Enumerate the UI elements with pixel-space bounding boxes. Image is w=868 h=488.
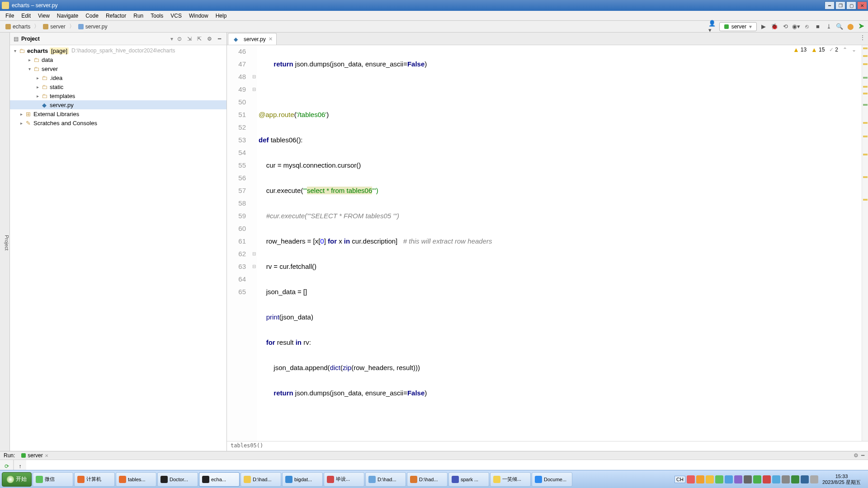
tray-icon[interactable] (715, 475, 723, 483)
tree-item-data[interactable]: ▸🗀data (10, 55, 226, 64)
search-everywhere-icon[interactable]: 🔍 (835, 23, 844, 31)
crumb-root[interactable]: echarts (3, 23, 33, 31)
taskbar-item[interactable]: Docume... (532, 472, 572, 487)
code-editor[interactable]: 4647484950515253545556575859606162636465… (227, 45, 868, 441)
project-tool-window: ▤ Project ▾ ⊙ ⇲ ⇱ ⚙ ━ ▾ 🗀 echarts [page]… (10, 33, 227, 451)
project-tree: ▾ 🗀 echarts [page] D:\hadoop_spark_hive_… (10, 45, 226, 128)
tray-icon[interactable] (772, 475, 780, 483)
menu-navigate[interactable]: Navigate (53, 11, 82, 20)
expand-all-icon[interactable]: ⇲ (186, 35, 193, 42)
coverage-button[interactable]: ⟲ (781, 23, 789, 31)
run-tab-server[interactable]: server ✕ (19, 451, 51, 460)
tray-icon[interactable] (782, 475, 790, 483)
window-title: echarts – server.py (12, 2, 866, 9)
tray-icon[interactable] (753, 475, 761, 483)
tray-icon[interactable] (687, 475, 695, 483)
stop-button[interactable]: ■ (814, 23, 822, 31)
profile-button[interactable]: ◉▾ (792, 23, 800, 31)
tree-item-Scratches-and-Consoles[interactable]: ▸✎Scratches and Consoles (10, 118, 226, 127)
editor-area: ◆ server.py ✕ ⋮ ▲13 ▲15 ✓2 ⌃⌄ 4647484950… (227, 33, 868, 451)
minimize-button[interactable]: ━ (825, 1, 835, 9)
tree-item-External-Libraries[interactable]: ▸⊞External Libraries (10, 109, 226, 118)
tray-icon[interactable] (810, 475, 818, 483)
restore-button[interactable]: ❐ (835, 1, 845, 9)
taskbar-item[interactable]: Doctor... (157, 472, 198, 487)
taskbar-item[interactable]: tables... (116, 472, 156, 487)
close-button[interactable]: ✕ (857, 1, 867, 9)
taskbar-item[interactable]: D:\had... (241, 472, 281, 487)
taskbar-item[interactable]: echa... (199, 472, 240, 487)
toolbar: echarts 〉 server 〉 server.py 👤▾ server ▾… (0, 21, 868, 33)
tree-item-templates[interactable]: ▸🗀templates (10, 91, 226, 100)
editor-tab-serverpy[interactable]: ◆ server.py ✕ (228, 33, 277, 45)
taskbar-item[interactable]: D:\had... (407, 472, 448, 487)
taskbar-item[interactable]: 毕设... (324, 472, 364, 487)
hide-panel-icon[interactable]: ━ (216, 35, 223, 42)
collapse-all-icon[interactable]: ⇱ (196, 35, 203, 42)
menu-window[interactable]: Window (185, 11, 212, 20)
tray-icon[interactable] (763, 475, 771, 483)
taskbar-item[interactable]: spark ... (448, 472, 489, 487)
run-button[interactable]: ▶ (760, 23, 768, 31)
tray-icon[interactable] (801, 475, 809, 483)
taskbar-item[interactable]: 微信 (33, 472, 73, 487)
language-indicator[interactable]: CH (675, 476, 685, 483)
nav-breadcrumbs: echarts 〉 server 〉 server.py (3, 23, 110, 31)
menu-help[interactable]: Help (212, 11, 231, 20)
error-stripe[interactable] (862, 45, 868, 441)
taskbar-item[interactable]: bigdat... (282, 472, 323, 487)
tree-item-server-py[interactable]: ◆server.py (10, 100, 226, 109)
menu-refactor[interactable]: Refactor (102, 11, 130, 20)
run-panel-settings-icon[interactable]: ⚙ (854, 452, 859, 459)
menu-bar: File Edit View Navigate Code Refactor Ru… (0, 11, 868, 21)
add-user-icon[interactable]: 👤▾ (708, 23, 717, 31)
tree-item-static[interactable]: ▸🗀static (10, 82, 226, 91)
attach-button[interactable]: ⎋ (803, 23, 811, 31)
app-icon (2, 2, 9, 9)
left-stripe: Project Bookmarks Structure (0, 33, 10, 451)
tray-icon[interactable] (696, 475, 704, 483)
up-stack-button[interactable]: ↑ (16, 462, 25, 471)
crumb-folder[interactable]: server (40, 23, 68, 31)
git-update-icon[interactable]: ⤓ (825, 23, 833, 31)
tray-icon[interactable] (744, 475, 752, 483)
menu-edit[interactable]: Edit (18, 11, 34, 20)
editor-breadcrumb[interactable]: tables05() (227, 441, 868, 451)
taskbar-item[interactable]: 计算机 (74, 472, 115, 487)
start-button[interactable]: 开始 (2, 472, 32, 487)
ide-update-icon[interactable]: ⮞ (857, 23, 865, 31)
menu-file[interactable]: File (2, 11, 18, 20)
crumb-file[interactable]: server.py (75, 23, 110, 31)
settings-gear-icon[interactable]: ⚙ (206, 35, 213, 42)
taskbar-clock[interactable]: 15:33 2023/8/25 星期五 (820, 474, 863, 485)
menu-tools[interactable]: Tools (147, 11, 167, 20)
ide-errors-icon[interactable]: ⬤ (846, 23, 854, 31)
inspections-widget[interactable]: ▲13 ▲15 ✓2 ⌃⌄ (793, 46, 856, 53)
windows-taskbar: 开始 微信计算机tables...Doctor...echa...D:\had.… (0, 470, 868, 488)
menu-code[interactable]: Code (82, 11, 102, 20)
tree-item-server[interactable]: ▾🗀server (10, 64, 226, 73)
run-panel-hide-icon[interactable]: ━ (861, 452, 864, 459)
tray-icon[interactable] (791, 475, 799, 483)
tray-icon[interactable] (725, 475, 733, 483)
tray-icon[interactable] (706, 475, 714, 483)
run-configuration-select[interactable]: server ▾ (719, 22, 757, 31)
menu-view[interactable]: View (34, 11, 53, 20)
debug-button[interactable]: 🐞 (770, 23, 778, 31)
tree-root[interactable]: ▾ 🗀 echarts [page] D:\hadoop_spark_hive_… (10, 46, 226, 55)
select-opened-file-icon[interactable]: ⊙ (176, 35, 183, 42)
close-tab-icon[interactable]: ✕ (269, 36, 273, 42)
rerun-button[interactable]: ⟳ (2, 462, 11, 471)
project-panel-title: Project (21, 36, 168, 42)
maximize-button[interactable]: ▢ (846, 1, 856, 9)
taskbar-item[interactable]: D:\had... (365, 472, 406, 487)
system-tray: CH 15:33 2023/8/25 星期五 (672, 474, 866, 485)
tabs-overflow-icon[interactable]: ⋮ (860, 34, 865, 41)
project-stripe-button[interactable]: Project (4, 235, 9, 250)
taskbar-item[interactable]: 一笑倾... (490, 472, 531, 487)
tree-item--idea[interactable]: ▸🗀.idea (10, 73, 226, 82)
tray-icon[interactable] (734, 475, 742, 483)
menu-run[interactable]: Run (130, 11, 147, 20)
menu-vcs[interactable]: VCS (167, 11, 185, 20)
code-content[interactable]: return json.dumps(json_data, ensure_asci… (257, 45, 862, 441)
